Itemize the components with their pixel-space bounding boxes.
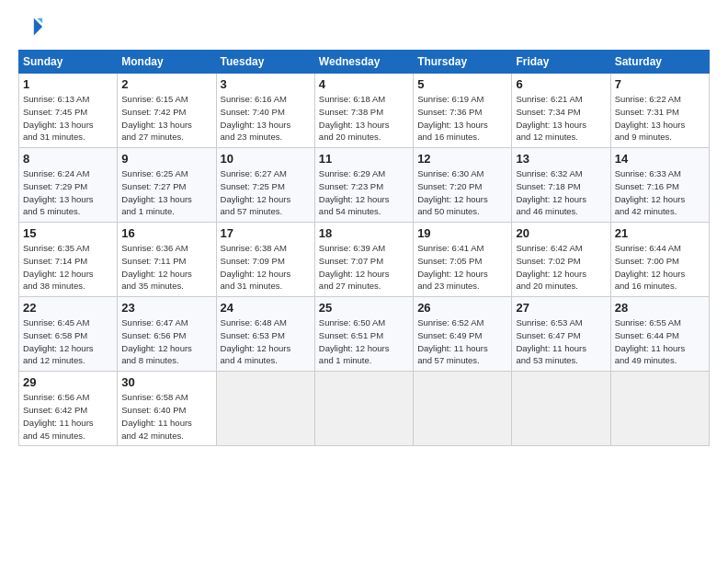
- day-detail: Sunrise: 6:15 AMSunset: 7:42 PMDaylight:…: [121, 93, 211, 144]
- calendar-table: SundayMondayTuesdayWednesdayThursdayFrid…: [18, 50, 710, 446]
- day-number: 13: [516, 152, 606, 166]
- day-detail: Sunrise: 6:53 AMSunset: 6:47 PMDaylight:…: [516, 316, 606, 367]
- calendar-cell: 12Sunrise: 6:30 AMSunset: 7:20 PMDayligh…: [414, 148, 512, 223]
- week-row-4: 22Sunrise: 6:45 AMSunset: 6:58 PMDayligh…: [19, 297, 710, 372]
- day-detail: Sunrise: 6:48 AMSunset: 6:53 PMDaylight:…: [221, 316, 311, 367]
- day-number: 2: [121, 77, 211, 91]
- day-detail: Sunrise: 6:55 AMSunset: 6:44 PMDaylight:…: [615, 316, 705, 367]
- week-row-3: 15Sunrise: 6:35 AMSunset: 7:14 PMDayligh…: [19, 223, 710, 297]
- day-detail: Sunrise: 6:45 AMSunset: 6:58 PMDaylight:…: [23, 316, 113, 367]
- col-header-monday: Monday: [118, 51, 216, 74]
- col-header-saturday: Saturday: [610, 51, 709, 74]
- day-detail: Sunrise: 6:21 AMSunset: 7:34 PMDaylight:…: [516, 93, 606, 144]
- day-number: 21: [615, 226, 705, 240]
- calendar-cell: 8Sunrise: 6:24 AMSunset: 7:29 PMDaylight…: [19, 148, 118, 223]
- day-number: 17: [221, 226, 311, 240]
- day-number: 30: [121, 375, 211, 389]
- day-detail: Sunrise: 6:18 AMSunset: 7:38 PMDaylight:…: [319, 93, 409, 144]
- day-number: 5: [417, 77, 507, 91]
- day-number: 4: [319, 77, 409, 91]
- day-number: 14: [615, 152, 705, 166]
- calendar-cell: 18Sunrise: 6:39 AMSunset: 7:07 PMDayligh…: [314, 223, 413, 297]
- calendar-cell: 3Sunrise: 6:16 AMSunset: 7:40 PMDaylight…: [216, 74, 314, 148]
- day-detail: Sunrise: 6:13 AMSunset: 7:45 PMDaylight:…: [23, 93, 113, 144]
- day-detail: Sunrise: 6:56 AMSunset: 6:42 PMDaylight:…: [23, 391, 113, 442]
- day-number: 23: [121, 301, 211, 315]
- logo: [18, 15, 48, 40]
- day-number: 28: [615, 301, 705, 315]
- day-number: 18: [319, 226, 409, 240]
- col-header-wednesday: Wednesday: [314, 51, 413, 74]
- day-number: 1: [23, 77, 113, 91]
- calendar-cell: 14Sunrise: 6:33 AMSunset: 7:16 PMDayligh…: [610, 148, 709, 223]
- day-detail: Sunrise: 6:16 AMSunset: 7:40 PMDaylight:…: [221, 93, 311, 144]
- week-row-1: 1Sunrise: 6:13 AMSunset: 7:45 PMDaylight…: [19, 74, 710, 148]
- day-detail: Sunrise: 6:19 AMSunset: 7:36 PMDaylight:…: [417, 93, 507, 144]
- day-detail: Sunrise: 6:50 AMSunset: 6:51 PMDaylight:…: [319, 316, 409, 367]
- day-detail: Sunrise: 6:30 AMSunset: 7:20 PMDaylight:…: [417, 167, 507, 218]
- calendar-cell: 23Sunrise: 6:47 AMSunset: 6:56 PMDayligh…: [118, 297, 216, 372]
- day-detail: Sunrise: 6:42 AMSunset: 7:02 PMDaylight:…: [516, 242, 606, 293]
- day-detail: Sunrise: 6:24 AMSunset: 7:29 PMDaylight:…: [23, 167, 113, 218]
- day-number: 29: [23, 375, 113, 389]
- calendar-cell: 7Sunrise: 6:22 AMSunset: 7:31 PMDaylight…: [610, 74, 709, 148]
- day-number: 20: [516, 226, 606, 240]
- calendar-cell: 26Sunrise: 6:52 AMSunset: 6:49 PMDayligh…: [414, 297, 512, 372]
- calendar-cell: 10Sunrise: 6:27 AMSunset: 7:25 PMDayligh…: [216, 148, 314, 223]
- calendar-cell: 4Sunrise: 6:18 AMSunset: 7:38 PMDaylight…: [314, 74, 413, 148]
- day-number: 25: [319, 301, 409, 315]
- calendar-cell: 24Sunrise: 6:48 AMSunset: 6:53 PMDayligh…: [216, 297, 314, 372]
- day-number: 27: [516, 301, 606, 315]
- day-detail: Sunrise: 6:33 AMSunset: 7:16 PMDaylight:…: [615, 167, 705, 218]
- day-detail: Sunrise: 6:25 AMSunset: 7:27 PMDaylight:…: [121, 167, 211, 218]
- day-number: 12: [417, 152, 507, 166]
- day-detail: Sunrise: 6:58 AMSunset: 6:40 PMDaylight:…: [121, 391, 211, 442]
- calendar-cell: 22Sunrise: 6:45 AMSunset: 6:58 PMDayligh…: [19, 297, 118, 372]
- logo-icon: [18, 15, 44, 40]
- day-detail: Sunrise: 6:38 AMSunset: 7:09 PMDaylight:…: [221, 242, 311, 293]
- calendar-cell: 30Sunrise: 6:58 AMSunset: 6:40 PMDayligh…: [118, 372, 216, 446]
- header-row: SundayMondayTuesdayWednesdayThursdayFrid…: [19, 51, 710, 74]
- col-header-thursday: Thursday: [414, 51, 512, 74]
- day-number: 3: [221, 77, 311, 91]
- day-number: 10: [221, 152, 311, 166]
- calendar-cell: 21Sunrise: 6:44 AMSunset: 7:00 PMDayligh…: [610, 223, 709, 297]
- day-number: 9: [121, 152, 211, 166]
- calendar-cell: 25Sunrise: 6:50 AMSunset: 6:51 PMDayligh…: [314, 297, 413, 372]
- calendar-cell: 9Sunrise: 6:25 AMSunset: 7:27 PMDaylight…: [118, 148, 216, 223]
- calendar-cell: [314, 372, 413, 446]
- calendar-cell: [610, 372, 709, 446]
- day-number: 26: [417, 301, 507, 315]
- calendar-cell: 29Sunrise: 6:56 AMSunset: 6:42 PMDayligh…: [19, 372, 118, 446]
- day-detail: Sunrise: 6:36 AMSunset: 7:11 PMDaylight:…: [121, 242, 211, 293]
- calendar-cell: 16Sunrise: 6:36 AMSunset: 7:11 PMDayligh…: [118, 223, 216, 297]
- day-detail: Sunrise: 6:44 AMSunset: 7:00 PMDaylight:…: [615, 242, 705, 293]
- calendar-cell: 11Sunrise: 6:29 AMSunset: 7:23 PMDayligh…: [314, 148, 413, 223]
- calendar-cell: 13Sunrise: 6:32 AMSunset: 7:18 PMDayligh…: [512, 148, 610, 223]
- col-header-friday: Friday: [512, 51, 610, 74]
- col-header-sunday: Sunday: [19, 51, 118, 74]
- calendar-cell: 27Sunrise: 6:53 AMSunset: 6:47 PMDayligh…: [512, 297, 610, 372]
- calendar-cell: 2Sunrise: 6:15 AMSunset: 7:42 PMDaylight…: [118, 74, 216, 148]
- day-number: 7: [615, 77, 705, 91]
- day-number: 19: [417, 226, 507, 240]
- day-number: 8: [23, 152, 113, 166]
- day-detail: Sunrise: 6:32 AMSunset: 7:18 PMDaylight:…: [516, 167, 606, 218]
- calendar-body: 1Sunrise: 6:13 AMSunset: 7:45 PMDaylight…: [19, 74, 710, 446]
- calendar-cell: [512, 372, 610, 446]
- day-number: 16: [121, 226, 211, 240]
- day-detail: Sunrise: 6:41 AMSunset: 7:05 PMDaylight:…: [417, 242, 507, 293]
- day-number: 6: [516, 77, 606, 91]
- week-row-2: 8Sunrise: 6:24 AMSunset: 7:29 PMDaylight…: [19, 148, 710, 223]
- calendar-cell: 28Sunrise: 6:55 AMSunset: 6:44 PMDayligh…: [610, 297, 709, 372]
- day-number: 22: [23, 301, 113, 315]
- week-row-5: 29Sunrise: 6:56 AMSunset: 6:42 PMDayligh…: [19, 372, 710, 446]
- col-header-tuesday: Tuesday: [216, 51, 314, 74]
- day-number: 11: [319, 152, 409, 166]
- calendar-cell: 17Sunrise: 6:38 AMSunset: 7:09 PMDayligh…: [216, 223, 314, 297]
- header: [18, 15, 710, 40]
- calendar-header: SundayMondayTuesdayWednesdayThursdayFrid…: [19, 51, 710, 74]
- calendar-cell: 5Sunrise: 6:19 AMSunset: 7:36 PMDaylight…: [414, 74, 512, 148]
- calendar-cell: 6Sunrise: 6:21 AMSunset: 7:34 PMDaylight…: [512, 74, 610, 148]
- calendar-cell: 20Sunrise: 6:42 AMSunset: 7:02 PMDayligh…: [512, 223, 610, 297]
